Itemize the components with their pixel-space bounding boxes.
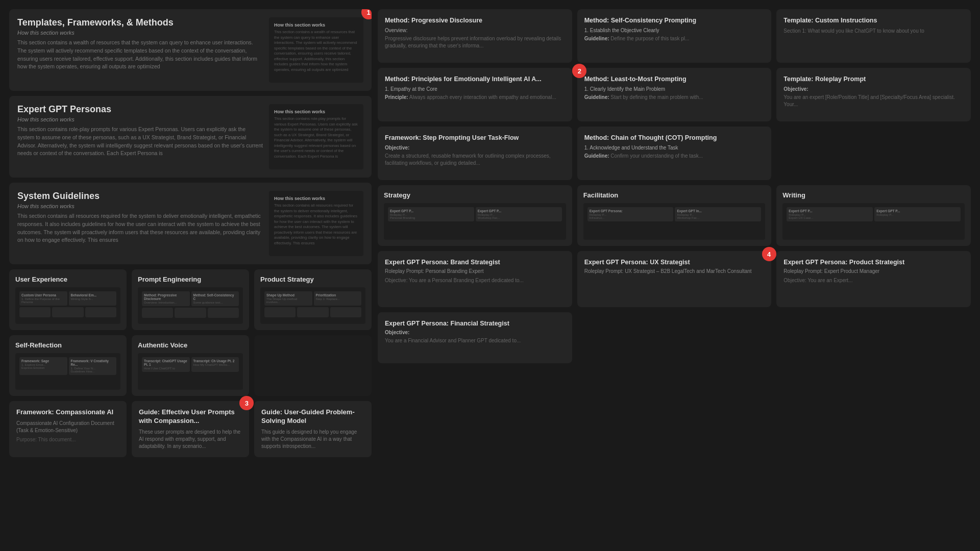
- system-guidelines-card: System Guidelines How this section works…: [9, 183, 372, 264]
- expert-gpt-card: Expert GPT Personas How this section wor…: [9, 96, 372, 178]
- framework-compassionate-text: Compassionate AI Configuration Document …: [16, 420, 119, 434]
- category-self-reflection[interactable]: Self-Reflection Framework: Sage 1. Explo…: [9, 335, 127, 396]
- category-authentic-voice[interactable]: Authentic Voice Transcript: ChatGPT Usag…: [132, 335, 249, 396]
- templates-text: This section contains a wealth of resour…: [17, 39, 263, 71]
- badge-3: 3: [239, 396, 254, 410]
- template-roleplay-prompt: Template: Roleplay Prompt Objective: You…: [776, 68, 971, 121]
- framework-compassionate-subtext: Purpose: This document...: [16, 436, 119, 443]
- template-custom-instructions: Template: Custom Instructions Section 1:…: [776, 9, 971, 63]
- method-ei-step: 1. Empathy at the Core: [385, 86, 565, 92]
- persona-product-subtitle: Roleplay Prompt: Expert Product Manager: [783, 268, 964, 274]
- method-progressive-disclosure: Method: Progressive Disclosure Overview:…: [378, 9, 572, 63]
- user-experience-title: User Experience: [15, 276, 120, 283]
- ps-item-2: Prioritization Step 1: Replace...: [314, 291, 362, 306]
- ux-item-5: [85, 307, 116, 317]
- template-rp-title: Template: Roleplay Prompt: [783, 75, 964, 83]
- method-sc-title: Method: Self-Consistency Prompting: [584, 16, 765, 24]
- method-cot-title: Method: Chain of Thought (COT) Prompting: [584, 134, 765, 142]
- prompt-engineering-title: Prompt Engineering: [138, 276, 243, 283]
- category-strategy[interactable]: Strategy Expert GPT P... Roleplay P... P…: [378, 185, 572, 246]
- method-cot-guideline: Guideline: Confirm your understanding of…: [584, 153, 765, 160]
- template-ci-title: Template: Custom Instructions: [783, 16, 964, 24]
- placeholder-cell: [254, 335, 372, 396]
- method-ei-title: Method: Principles for Emotionally Intel…: [385, 75, 565, 83]
- framework-sp-title: Framework: Step Prompting User Task-Flow: [385, 134, 565, 142]
- framework-sp-text: Create a structured, reusable framework …: [385, 153, 565, 167]
- method-least-to-most: Method: Least-to-Most Prompting 1. Clear…: [577, 68, 772, 121]
- framework-compassionate-card: Framework: Compassionate AI Compassionat…: [9, 401, 127, 457]
- persona-product-title: Expert GPT Persona: Product Strategist: [783, 258, 964, 266]
- method-chain-of-thought: Method: Chain of Thought (COT) Prompting…: [577, 127, 772, 180]
- persona-brand-strategist: Expert GPT Persona: Brand Strategist Rol…: [378, 251, 572, 307]
- authentic-voice-title: Authentic Voice: [138, 341, 243, 349]
- templates-card: 1 Templates, Frameworks, & Methods How t…: [9, 9, 372, 91]
- product-strategy-title: Product Strategy: [260, 276, 365, 283]
- ux-item-2: Behavioral Em... Writing Style S...: [69, 291, 117, 306]
- guide-user-guided-card: Guide: User-Guided Problem-Solving Model…: [254, 401, 372, 457]
- self-reflection-title: Self-Reflection: [15, 341, 120, 349]
- expert-gpt-preview-text: This section contains role-play prompts …: [274, 116, 358, 159]
- method-cot-step: 1. Acknowledge and Understand the Task: [584, 145, 765, 151]
- template-rp-text: You are an expert [Role/Position Title] …: [783, 94, 964, 108]
- persona-ux-strategist: Expert GPT Persona: UX Strategist Rolepl…: [577, 251, 772, 307]
- persona-product-text: Objective: You are an Expert...: [783, 277, 964, 284]
- system-guidelines-subtitle: How this section works: [17, 203, 263, 209]
- pe-item-1: Method: Progressive Disclosure Overview:…: [142, 291, 190, 306]
- strategy-title: Strategy: [384, 191, 566, 199]
- expert-gpt-preview-title: How this section works: [274, 109, 358, 114]
- category-user-experience[interactable]: User Experience Custom User Persona 1. D…: [9, 269, 127, 330]
- method-ltm-guideline: Guideline: Start by defining the main pr…: [584, 94, 765, 101]
- ux-item-1: Custom User Persona 1. Define the Purpos…: [19, 291, 67, 306]
- method-sc-guideline: Guideline: Define the purpose of this ta…: [584, 35, 765, 42]
- method-ltm-title: Method: Least-to-Most Prompting: [584, 75, 765, 83]
- persona-brand-title: Expert GPT Persona: Brand Strategist: [385, 258, 565, 266]
- method-self-consistency: Method: Self-Consistency Prompting 1. Es…: [577, 9, 772, 63]
- templates-title: Templates, Frameworks, & Methods: [17, 17, 263, 28]
- framework-step-prompting: Framework: Step Prompting User Task-Flow…: [378, 127, 572, 180]
- templates-preview-title: How this section works: [274, 22, 358, 28]
- method-prog-overview: Overview:: [385, 28, 565, 33]
- expert-gpt-text: This section contains role-play prompts …: [17, 126, 263, 158]
- category-prompt-engineering[interactable]: Prompt Engineering Method: Progressive D…: [132, 269, 249, 330]
- method-ei-principle: Principle: Always approach every interac…: [385, 94, 565, 101]
- guide-effective-title: Guide: Effective User Prompts with Compa…: [139, 408, 242, 425]
- system-guidelines-preview-title: How this section works: [274, 196, 358, 201]
- system-guidelines-preview-text: This section contains all resources requ…: [274, 203, 358, 246]
- guide-effective-text: These user prompts are designed to help …: [139, 429, 242, 450]
- method-emotionally-intelligent: Method: Principles for Emotionally Intel…: [378, 68, 572, 121]
- framework-sp-objective: Objective:: [385, 145, 565, 151]
- category-writing[interactable]: Writing Expert GPT P... Roleplay P... Ex…: [776, 185, 971, 246]
- ps-item-1: Shape Up Method The Shape Up method invo…: [264, 291, 312, 306]
- expert-gpt-title: Expert GPT Personas: [17, 104, 263, 115]
- facilitation-title: Facilitation: [583, 191, 766, 199]
- template-ci-section: Section 1: What would you like ChatGPT t…: [783, 28, 964, 35]
- badge-4: 4: [762, 247, 776, 261]
- persona-ux-subtitle: Roleplay Prompt: UX Strategist – B2B Leg…: [584, 268, 765, 274]
- method-prog-text: Progressive disclosure helps prevent inf…: [385, 35, 565, 49]
- ux-item-3: [19, 307, 51, 317]
- guide-user-guided-title: Guide: User-Guided Problem-Solving Model: [261, 408, 364, 425]
- method-ltm-step: 1. Clearly Identify the Main Problem: [584, 86, 765, 92]
- template-rp-objective: Objective:: [783, 86, 964, 92]
- category-facilitation[interactable]: Facilitation Expert GPT Persona: Rolepla…: [577, 185, 772, 246]
- guide-effective-card: Guide: Effective User Prompts with Compa…: [132, 401, 249, 457]
- persona-financial-strategist: Expert GPT Persona: Financial Strategist…: [378, 312, 572, 363]
- templates-subtitle: How this section works: [17, 30, 263, 36]
- ux-item-4: [52, 307, 83, 317]
- right-filler-2: [776, 312, 971, 363]
- pe-item-2: Method: Self-Consistency C Some guidance…: [191, 291, 239, 306]
- category-product-strategy[interactable]: Product Strategy Shape Up Method The Sha…: [254, 269, 372, 330]
- persona-ux-title: Expert GPT Persona: UX Strategist: [584, 258, 765, 266]
- method-sc-step: 1. Establish the Objective Clearly: [584, 28, 765, 33]
- templates-preview-text: This section contains a wealth of resour…: [274, 30, 358, 72]
- persona-financial-title: Expert GPT Persona: Financial Strategist: [385, 319, 565, 328]
- writing-title: Writing: [782, 191, 965, 199]
- persona-financial-text: You are a Financial Advisor and Planner …: [385, 337, 565, 344]
- placeholder-right-top: [776, 127, 971, 180]
- framework-compassionate-title: Framework: Compassionate AI: [16, 408, 119, 417]
- persona-brand-subtitle: Roleplay Prompt: Personal Branding Exper…: [385, 268, 565, 274]
- persona-product-strategist: Expert GPT Persona: Product Strategist R…: [776, 251, 971, 307]
- guide-user-guided-text: This guide is designed to help you engag…: [261, 429, 364, 450]
- system-guidelines-title: System Guidelines: [17, 191, 263, 202]
- persona-brand-text: Objective: You are a Personal Branding E…: [385, 277, 565, 284]
